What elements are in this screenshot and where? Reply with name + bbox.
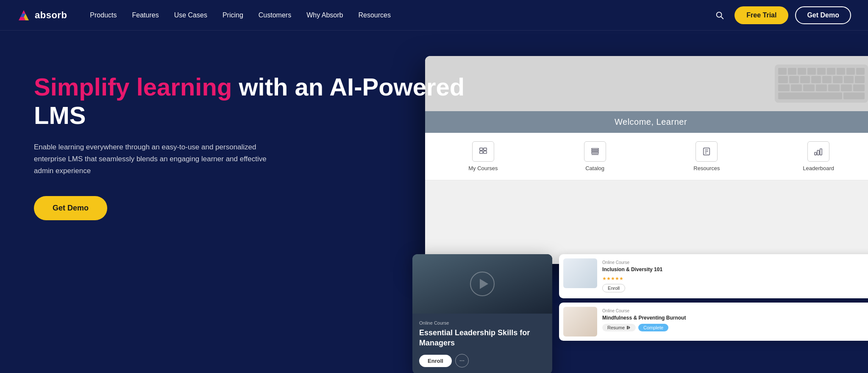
side-card-2-label: Online Course	[602, 308, 868, 313]
svg-rect-9	[591, 149, 598, 150]
get-demo-hero-button[interactable]: Get Demo	[34, 196, 107, 220]
featured-card-title: Essential Leadership Skills for Managers	[419, 328, 545, 348]
svg-rect-5	[480, 148, 483, 151]
svg-line-4	[721, 17, 723, 19]
logo-text: absorb	[35, 10, 67, 21]
side-card-1: Online Course Inclusion & Diversity 101 …	[559, 254, 868, 298]
side-card-1-thumb	[563, 258, 597, 288]
svg-rect-11	[591, 152, 598, 154]
hero-subtitle: Enable learning everywhere through an ea…	[34, 141, 271, 177]
lms-keyboard-area	[425, 56, 868, 111]
info-icon: ⋯	[459, 358, 465, 364]
side-card-1-enroll-button[interactable]: Enroll	[602, 284, 625, 292]
nav-actions: Free Trial Get Demo	[712, 6, 851, 24]
svg-rect-8	[484, 151, 487, 154]
lms-window: Welcome, Learner My Courses Catalog	[425, 56, 868, 264]
resources-label: Resources	[693, 165, 720, 171]
featured-card-label: Online Course	[419, 320, 545, 325]
hero-title: Simplify learning with an AI-Powered LMS	[34, 73, 474, 129]
nav-item-why-absorb[interactable]: Why Absorb	[300, 8, 349, 22]
main-nav: absorb Products Features Use Cases Prici…	[0, 0, 868, 31]
nav-links: Products Features Use Cases Pricing Cust…	[84, 8, 712, 22]
side-card-1-label: Online Course	[602, 260, 868, 265]
logo-link[interactable]: absorb	[17, 8, 67, 22]
nav-item-use-cases[interactable]: Use Cases	[168, 8, 213, 22]
svg-rect-22	[627, 326, 628, 329]
resume-label: Resume	[607, 325, 625, 330]
side-card-2-info: Online Course Mindfulness & Preventing B…	[602, 307, 868, 337]
svg-marker-23	[629, 326, 630, 329]
nav-item-pricing[interactable]: Pricing	[217, 8, 249, 22]
side-card-1-actions: Enroll	[602, 284, 868, 292]
search-button[interactable]	[712, 7, 728, 23]
hero-section: Simplify learning with an AI-Powered LMS…	[0, 31, 868, 373]
featured-card-image	[412, 254, 552, 314]
nav-item-customers[interactable]: Customers	[253, 8, 297, 22]
svg-rect-19	[820, 149, 822, 155]
svg-rect-18	[817, 150, 819, 155]
side-card-2-title: Mindfulness & Preventing Burnout	[602, 315, 868, 322]
my-courses-icon	[472, 141, 494, 162]
nav-item-features[interactable]: Features	[126, 8, 165, 22]
catalog-label: Catalog	[585, 165, 604, 171]
keyboard-visual	[775, 65, 868, 103]
side-card-2-actions: Resume Complete	[602, 324, 868, 331]
side-card-1-stars: ★★★★★	[602, 276, 868, 281]
featured-card-actions: Enroll ⋯	[419, 354, 545, 367]
side-card-2-thumb	[563, 307, 597, 337]
nav-item-products[interactable]: Products	[84, 8, 122, 22]
enroll-button[interactable]: Enroll	[419, 355, 452, 367]
free-trial-button[interactable]: Free Trial	[734, 6, 788, 24]
lms-nav-catalog[interactable]: Catalog	[541, 141, 649, 171]
resources-icon	[696, 141, 718, 162]
get-demo-nav-button[interactable]: Get Demo	[795, 6, 851, 24]
svg-marker-21	[480, 279, 488, 289]
info-button[interactable]: ⋯	[455, 354, 469, 367]
featured-course-card: Online Course Essential Leadership Skill…	[412, 254, 552, 373]
side-card-1-title: Inclusion & Diversity 101	[602, 266, 868, 273]
featured-card-body: Online Course Essential Leadership Skill…	[412, 314, 552, 373]
catalog-icon	[584, 141, 606, 162]
lms-nav-resources[interactable]: Resources	[653, 141, 761, 171]
svg-rect-10	[591, 150, 598, 151]
leaderboard-icon	[807, 141, 829, 162]
lms-welcome-bar: Welcome, Learner	[425, 111, 868, 133]
side-card-2-resume-button[interactable]: Resume	[602, 324, 636, 331]
hero-title-highlight: Simplify learning	[34, 73, 232, 101]
lms-nav-leaderboard[interactable]: Leaderboard	[765, 141, 868, 171]
leaderboard-label: Leaderboard	[803, 165, 834, 171]
resume-icon	[626, 325, 631, 330]
side-card-2: Online Course Mindfulness & Preventing B…	[559, 303, 868, 341]
hero-content: Simplify learning with an AI-Powered LMS…	[34, 65, 474, 220]
svg-rect-6	[480, 151, 483, 154]
side-card-1-info: Online Course Inclusion & Diversity 101 …	[602, 258, 868, 294]
search-icon	[715, 11, 724, 20]
side-cards: Online Course Inclusion & Diversity 101 …	[559, 254, 868, 341]
lms-bottom-cards: Online Course Essential Leadership Skill…	[412, 254, 868, 373]
lms-preview: Welcome, Learner My Courses Catalog	[425, 56, 868, 373]
side-card-2-complete-button[interactable]: Complete	[638, 324, 668, 331]
nav-item-resources[interactable]: Resources	[352, 8, 396, 22]
lms-nav-icons: My Courses Catalog Resources	[425, 133, 868, 180]
svg-rect-17	[815, 152, 817, 155]
svg-rect-7	[484, 148, 487, 151]
logo-icon	[17, 8, 31, 22]
